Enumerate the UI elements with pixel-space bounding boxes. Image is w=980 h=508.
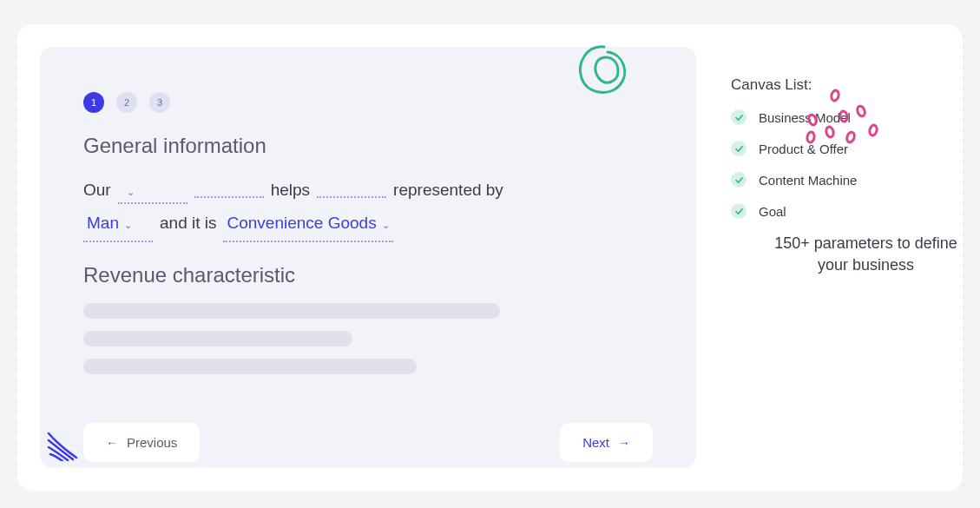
svg-point-7 (869, 124, 878, 136)
chevron-down-icon: ⌄ (127, 182, 135, 201)
step-2[interactable]: 2 (116, 92, 137, 113)
confetti-decoration (802, 87, 889, 148)
left-panel: 1 2 3 General information Our ⌄ helps re… (40, 47, 696, 468)
arrow-right-icon: → (618, 436, 630, 450)
canvas-item-goal[interactable]: Goal (731, 203, 931, 219)
lines-decoration (47, 430, 87, 461)
word-and-it-is: and it is (160, 207, 216, 240)
placeholder-skeleton (83, 303, 653, 374)
field-3-dropdown[interactable] (317, 195, 386, 198)
next-button[interactable]: Next → (560, 423, 653, 462)
field-2-dropdown[interactable] (194, 195, 264, 198)
svg-point-2 (825, 126, 835, 138)
section-title-revenue: Revenue characteristic (83, 263, 653, 287)
field-4-dropdown[interactable]: Man ⌄ (83, 207, 153, 242)
next-label: Next (582, 435, 609, 450)
chevron-down-icon: ⌄ (124, 215, 132, 234)
scribble-decoration (569, 38, 639, 108)
field-5-dropdown[interactable]: Convenience Goods ⌄ (223, 207, 392, 242)
check-icon (731, 109, 747, 125)
tagline-text: 150+ parameters to define your business (766, 233, 966, 276)
section-title-general: General information (83, 134, 653, 158)
skeleton-line (83, 359, 417, 374)
right-panel: Canvas List: Business Model Product & Of… (696, 24, 963, 491)
canvas-item-label: Goal (759, 204, 786, 219)
word-our: Our (83, 174, 111, 207)
word-helps: helps (271, 174, 310, 207)
svg-point-4 (839, 110, 848, 122)
step-1[interactable]: 1 (83, 92, 104, 113)
canvas-item-content-machine[interactable]: Content Machine (731, 172, 931, 188)
svg-point-3 (831, 89, 840, 102)
svg-point-5 (845, 131, 856, 143)
word-represented-by: represented by (393, 174, 503, 207)
step-indicator: 1 2 3 (83, 92, 653, 113)
skeleton-line (83, 331, 352, 346)
field-1-dropdown[interactable]: ⌄ (118, 182, 187, 204)
step-3[interactable]: 3 (149, 92, 170, 113)
check-icon (731, 172, 747, 188)
chevron-down-icon: ⌄ (382, 215, 390, 234)
previous-button[interactable]: ← Previous (83, 423, 200, 462)
nav-buttons-row: ← Previous Next → (83, 423, 653, 462)
arrow-left-icon: ← (106, 436, 118, 450)
previous-label: Previous (127, 435, 177, 450)
sentence-builder: Our ⌄ helps represented by Man ⌄ (83, 174, 653, 242)
skeleton-line (83, 303, 500, 319)
svg-point-6 (856, 105, 866, 117)
svg-point-1 (806, 131, 815, 142)
main-card: 1 2 3 General information Our ⌄ helps re… (17, 24, 963, 491)
canvas-item-label: Content Machine (759, 173, 857, 188)
svg-point-0 (807, 114, 818, 126)
check-icon (731, 203, 747, 219)
check-icon (731, 141, 747, 156)
